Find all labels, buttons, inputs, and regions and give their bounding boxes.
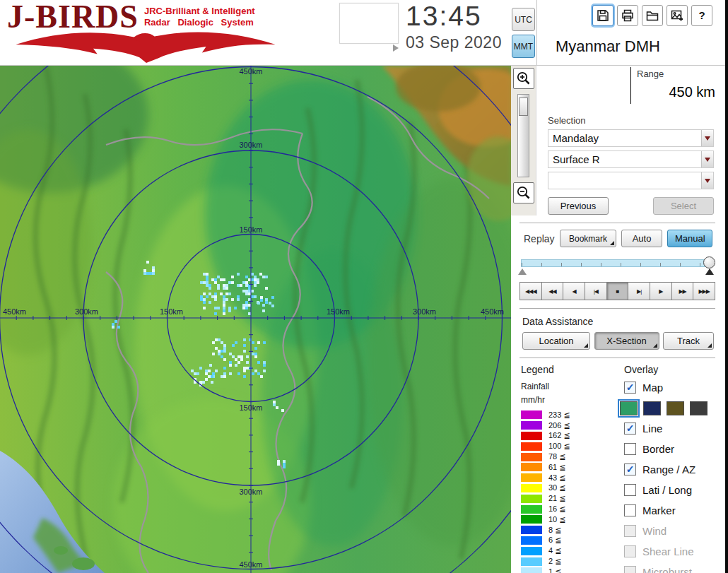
ring-label-s150: 150km — [239, 403, 262, 412]
legend-scale: 233 ≦206 ≦162 ≦100 ≦78 ≦61 ≦43 ≦30 ≦21 ≦… — [521, 410, 617, 573]
timezone-toggle: UTC MMT — [512, 8, 535, 58]
legend-value-label: 206 ≦ — [548, 421, 570, 430]
overlay-item-range-az[interactable]: ✓Range / AZ — [624, 459, 717, 480]
track-button-label: Track — [677, 336, 700, 346]
legend-color-swatch — [521, 421, 542, 430]
header-right: ? Myanmar DMH — [536, 0, 728, 65]
overlay-item-line[interactable]: ✓Line — [624, 418, 717, 439]
range-box: Range 450 km — [630, 67, 717, 104]
panel-inner: Range 450 km Selection Mandalay Surface … — [511, 66, 728, 573]
legend-color-swatch — [521, 557, 542, 566]
playback-fast-forward[interactable]: ▶▶ — [671, 282, 694, 300]
collapse-arrow-icon[interactable] — [393, 45, 399, 52]
replay-label: Replay — [524, 233, 555, 244]
x-section-button[interactable]: X-Section — [594, 332, 659, 350]
checkbox-lati-long[interactable] — [624, 484, 636, 496]
checkbox-line[interactable]: ✓ — [624, 423, 636, 435]
checkbox-wind — [624, 525, 636, 537]
dropdown-arrow-icon[interactable] — [701, 130, 713, 146]
bookmark-button[interactable]: Bookmark — [560, 230, 616, 247]
dogear-icon — [653, 343, 657, 348]
radar-map-canvas[interactable]: 450km 300km 150km 150km 300km 450km 450k… — [0, 66, 511, 573]
legend-color-swatch — [521, 463, 542, 471]
legend-unit-1: Rainfall — [521, 382, 617, 391]
overlay-item-marker[interactable]: Marker — [624, 500, 717, 521]
playback-step-back[interactable]: |◀ — [585, 282, 607, 300]
checkbox-range-az[interactable]: ✓ — [624, 463, 636, 475]
timeline-handle[interactable] — [703, 256, 715, 268]
legend-color-swatch — [521, 515, 542, 524]
previous-button[interactable]: Previous — [548, 197, 609, 215]
jbirds-application: J-BIRDS JRC-Brilliant & Intelligent Rada… — [0, 0, 728, 573]
dropdown-arrow-icon[interactable] — [701, 151, 713, 167]
open-button[interactable] — [642, 5, 663, 26]
playback-step-forward[interactable]: ▶| — [628, 282, 650, 300]
radar-map[interactable]: 450km 300km 150km 150km 300km 450km 450k… — [0, 66, 511, 573]
legend-row: 10 ≦ — [521, 514, 617, 525]
overlay-item-border[interactable]: Border — [624, 439, 717, 459]
timeline-track[interactable] — [521, 259, 710, 267]
bookmark-button-label: Bookmark — [569, 234, 607, 244]
legend-color-swatch — [521, 536, 542, 545]
window-edge — [725, 0, 728, 573]
track-button[interactable]: Track — [663, 332, 714, 350]
manual-button[interactable]: Manual — [667, 230, 712, 247]
legend-row: 233 ≦ — [521, 410, 617, 420]
overlay-label: Line — [642, 423, 662, 435]
data-assistance-buttons: Location X-Section Track — [522, 332, 714, 350]
option-select[interactable] — [548, 172, 714, 189]
separator — [519, 358, 715, 358]
ring-label-s300: 300km — [239, 488, 262, 496]
logo-tagline-1: JRC-Brilliant & Intelligent — [144, 6, 255, 17]
dropdown-arrow-icon[interactable] — [701, 172, 713, 189]
ring-label-e450: 450km — [481, 307, 504, 316]
playback-play[interactable]: ▶ — [650, 282, 672, 300]
mmt-button[interactable]: MMT — [512, 35, 535, 58]
playback-jump-start[interactable]: ◀◀◀ — [519, 282, 542, 300]
overlay-label: Wind — [642, 525, 667, 537]
printer-icon — [621, 8, 635, 23]
legend-row: 61 ≦ — [521, 462, 617, 473]
map-style-dark-blue[interactable] — [643, 401, 661, 415]
legend-color-swatch — [521, 526, 542, 534]
overlay-label: Microburst — [642, 566, 692, 573]
save-button[interactable] — [592, 5, 613, 26]
playback-jump-end[interactable]: ▶▶▶ — [693, 282, 715, 300]
header: J-BIRDS JRC-Brilliant & Intelligent Rada… — [0, 0, 728, 66]
checkbox-map[interactable]: ✓ — [624, 382, 636, 394]
replay-timeline[interactable] — [519, 256, 715, 277]
legend-color-swatch — [521, 410, 542, 419]
print-button[interactable] — [617, 5, 638, 26]
playback-reverse-play[interactable]: ◀ — [563, 282, 585, 300]
timeline-ticks — [522, 263, 709, 266]
overlay-item-lati-long[interactable]: Lati / Long — [624, 480, 717, 500]
map-style-terrain-green[interactable] — [620, 401, 638, 415]
utc-button[interactable]: UTC — [512, 8, 535, 31]
checkbox-marker[interactable] — [624, 504, 636, 516]
playback-rewind[interactable]: ◀◀ — [541, 282, 564, 300]
legend-row: 21 ≦ — [521, 493, 617, 504]
ring-label-n300: 300km — [239, 141, 262, 149]
map-style-olive[interactable] — [667, 401, 684, 415]
auto-button[interactable]: Auto — [621, 230, 662, 247]
control-panel: Range 450 km Selection Mandalay Surface … — [511, 66, 728, 573]
location-button[interactable]: Location — [522, 332, 590, 350]
selection-label: Selection — [548, 115, 714, 126]
select-button: Select — [653, 197, 714, 215]
overlay-panel: Overlay ✓Map✓LineBorder✓Range / AZLati /… — [617, 364, 717, 573]
export-image-button[interactable] — [667, 5, 688, 26]
clock-time: 13:45 — [406, 1, 512, 32]
legend-color-swatch — [521, 567, 542, 573]
playback-stop[interactable]: ■ — [606, 282, 629, 300]
overlay-item-map[interactable]: ✓Map — [624, 377, 717, 398]
help-button[interactable]: ? — [691, 5, 712, 26]
map-style-dark-gray[interactable] — [690, 401, 708, 415]
legend-title: Legend — [521, 364, 617, 375]
legend-panel: Legend Rainfall mm/hr 233 ≦206 ≦162 ≦100… — [518, 364, 617, 573]
legend-value-label: 8 ≦ — [548, 526, 561, 535]
site-select[interactable]: Mandalay — [548, 129, 714, 147]
legend-value-label: 2 ≦ — [548, 557, 561, 566]
product-select[interactable]: Surface R — [548, 150, 714, 168]
checkbox-border[interactable] — [624, 443, 636, 455]
eagle-logo-icon — [7, 28, 284, 64]
